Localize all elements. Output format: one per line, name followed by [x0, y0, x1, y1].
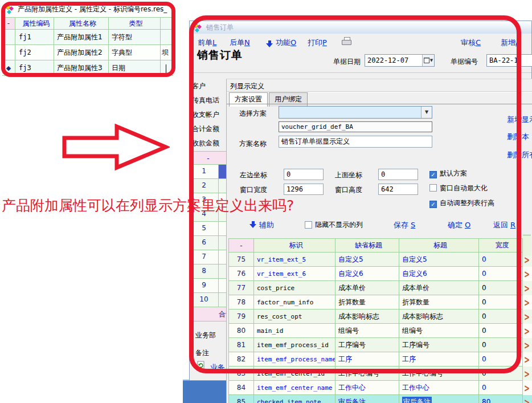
table-row[interactable]: 84 item_emf_center_name 工作中心 工作中心 0 > — [228, 381, 532, 395]
row-title-cell[interactable]: 审后备注 — [399, 395, 479, 403]
attr-table-row[interactable]: fj2 产品附加属性2 字典型 坝 — [2, 45, 173, 60]
attr-table-row[interactable]: fj1 产品附加属性1 字符型 — [2, 30, 173, 45]
row-id-cell[interactable]: item_emf_center_name — [254, 381, 335, 395]
row-default-title-cell[interactable]: 自定义5 — [335, 253, 399, 267]
table-row[interactable]: 77 cost_price 成本单价 成本单价 0 > — [228, 281, 532, 295]
attr-table-row[interactable]: fj3 产品附加属性3 日期 — [2, 60, 173, 76]
col-default-title[interactable]: 缺省标题 — [335, 238, 399, 253]
mini-grid-row[interactable]: 3 — [190, 193, 227, 207]
row-id-cell[interactable]: cost_price — [254, 281, 335, 295]
row-title-cell[interactable]: 自定义5 — [399, 253, 479, 267]
delete-scheme-link[interactable]: 删除本 — [507, 132, 529, 142]
scheme-name-input[interactable]: 销售订单单据显示定义 — [279, 136, 432, 148]
scheme-id-field[interactable]: voucher_grid_def_BA — [279, 121, 432, 132]
scheme-select[interactable]: ▼ — [279, 106, 432, 119]
audit-button[interactable]: 审核C — [461, 38, 481, 48]
row-width-cell[interactable]: 0 — [479, 267, 523, 281]
add-new-button[interactable]: 新增A — [501, 38, 521, 48]
mini-grid-row[interactable]: 8 — [190, 264, 227, 279]
doc-no-input[interactable]: BA-22-1 — [486, 54, 532, 67]
top-coord-input[interactable]: 0 — [378, 169, 418, 180]
table-row[interactable]: 80 main_id 组编号 组编号 0 > — [228, 324, 532, 338]
mini-grid-row[interactable]: 2 — [190, 179, 227, 193]
row-default-title-cell[interactable]: 成本单价 — [335, 281, 399, 295]
mini-grid-row[interactable]: 4 — [190, 207, 227, 222]
window-height-input[interactable]: 642 — [378, 184, 418, 195]
footer-business-link[interactable]: 业务 — [210, 363, 225, 373]
row-title-cell[interactable]: 组编号 — [399, 324, 479, 338]
row-default-title-cell[interactable]: 工序编号 — [335, 338, 399, 352]
row-default-title-cell[interactable]: 工序 — [335, 352, 399, 367]
option-row[interactable]: 自动调整列表行高 — [429, 198, 494, 213]
tab-scheme-settings[interactable]: 方案设置 — [229, 92, 268, 107]
table-row[interactable]: 81 item_emf_process_id 工序编号 工序编号 0 > — [228, 338, 532, 352]
checkbox[interactable] — [429, 171, 437, 178]
row-default-title-cell[interactable]: 自定义6 — [335, 267, 399, 281]
table-row[interactable]: 85 checked_item_note 审后备注 审后备注 80 > — [228, 395, 532, 403]
mini-grid-row[interactable]: 5 — [190, 222, 227, 236]
row-width-cell[interactable]: 0 — [479, 324, 523, 338]
row-id-cell[interactable]: item_emf_process_name — [254, 352, 335, 367]
row-width-cell[interactable]: 0 — [479, 367, 523, 381]
option-row[interactable]: 窗口自动最大化 — [429, 184, 494, 198]
mini-grid-row[interactable]: 9 — [190, 279, 227, 293]
table-row[interactable]: 82 item_emf_process_name 工序 工序 0 > — [228, 352, 532, 367]
dropdown-button[interactable]: ▼ — [421, 107, 432, 118]
row-id-cell[interactable]: main_id — [254, 324, 335, 338]
col-width[interactable]: 宽度 — [479, 238, 523, 253]
window-titlebar[interactable]: 销售订单 — [190, 21, 531, 34]
ok-button[interactable]: 确定O — [448, 220, 470, 230]
row-id-cell[interactable]: vr_item_ext_6 — [254, 267, 335, 281]
row-id-cell[interactable]: checked_item_note — [254, 395, 335, 403]
doc-date-input[interactable]: 2022-12-07 ▼ — [365, 54, 435, 67]
row-id-cell[interactable]: factor_num_info — [254, 295, 335, 310]
row-width-cell[interactable]: 0 — [479, 310, 523, 324]
row-width-cell[interactable]: 0 — [479, 295, 523, 310]
row-title-cell[interactable]: 工作中心 — [399, 381, 479, 395]
left-coord-input[interactable]: 0 — [284, 169, 324, 180]
row-title-cell[interactable]: 成本单价 — [399, 281, 479, 295]
next-doc-button[interactable]: 后单N — [230, 38, 250, 48]
save-button[interactable]: 保存S — [394, 220, 415, 230]
delete-all-link[interactable]: 删除所有 — [507, 150, 532, 160]
row-title-cell[interactable]: 工序 — [399, 352, 479, 367]
window-width-input[interactable]: 1296 — [284, 184, 324, 195]
row-default-title-cell[interactable]: 组编号 — [335, 324, 399, 338]
table-row[interactable]: 78 factor_num_info 折算数量 折算数量 0 > — [228, 295, 532, 310]
mini-grid-row[interactable]: 7 — [190, 250, 227, 264]
row-width-cell[interactable]: 0 — [479, 381, 523, 395]
row-title-cell[interactable]: 工序编号 — [399, 338, 479, 352]
tab-user-binding[interactable]: 用户绑定 — [269, 92, 308, 107]
row-title-cell[interactable]: 成本影响标志 — [399, 310, 479, 324]
row-id-cell[interactable]: vr_item_ext_5 — [254, 253, 335, 267]
printer-icon[interactable] — [342, 37, 352, 46]
table-row[interactable]: 75 vr_item_ext_5 自定义5 自定义5 0 > — [228, 253, 532, 267]
row-width-cell[interactable]: 0 — [479, 338, 523, 352]
row-default-title-cell[interactable]: 工作中心 — [335, 381, 399, 395]
table-row[interactable]: 83 item_emf_center_id 工作中心编号 工作中心编号 0 > — [228, 367, 532, 381]
row-title-cell[interactable]: 自定义6 — [399, 267, 479, 281]
mini-grid-row[interactable]: 10 — [190, 293, 227, 307]
row-id-cell[interactable]: item_emf_center_id — [254, 367, 335, 381]
col-id[interactable]: 标识 — [254, 238, 335, 253]
function-menu-button[interactable]: 功能O — [276, 38, 296, 48]
row-id-cell[interactable]: item_emf_process_id — [254, 338, 335, 352]
checkbox[interactable] — [429, 184, 437, 192]
row-title-cell[interactable]: 折算数量 — [399, 295, 479, 310]
row-title-cell[interactable]: 工作中心编号 — [399, 367, 479, 381]
col-title[interactable]: 标题 — [399, 238, 479, 253]
table-row[interactable]: 76 vr_item_ext_6 自定义6 自定义6 0 > — [228, 267, 532, 281]
mini-grid-row[interactable]: 1 — [190, 165, 227, 179]
prev-doc-button[interactable]: 前单L — [198, 38, 216, 48]
back-button[interactable]: 返回R — [493, 220, 515, 230]
row-default-title-cell[interactable]: 工作中心编号 — [335, 367, 399, 381]
print-button[interactable]: 打印P — [308, 38, 327, 48]
row-width-cell[interactable]: 0 — [479, 352, 523, 367]
row-default-title-cell[interactable]: 成本影响标志 — [335, 310, 399, 324]
add-scheme-link[interactable]: 新增显示 — [507, 115, 532, 125]
row-default-title-cell[interactable]: 审后备注 — [335, 395, 399, 403]
row-id-cell[interactable]: res_cost_opt — [254, 310, 335, 324]
row-width-cell[interactable]: 0 — [479, 253, 523, 267]
mini-grid-row[interactable]: 6 — [190, 236, 227, 250]
refresh-document-icon[interactable] — [197, 361, 205, 371]
